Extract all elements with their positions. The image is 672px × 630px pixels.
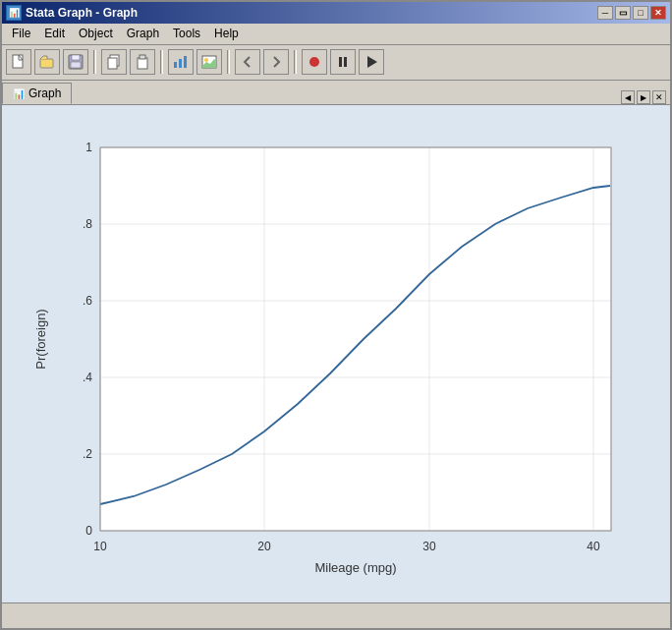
menu-object[interactable]: Object — [73, 25, 119, 42]
tab-icon: 📊 — [13, 88, 25, 99]
svg-rect-10 — [179, 59, 182, 68]
svg-rect-11 — [184, 56, 187, 68]
svg-text:.8: .8 — [83, 217, 92, 231]
close-button[interactable]: ✕ — [650, 6, 666, 20]
svg-text:.4: .4 — [83, 371, 92, 384]
forward-button[interactable] — [263, 49, 289, 75]
play-button[interactable] — [359, 49, 384, 75]
svg-text:Pr(foreign): Pr(foreign) — [33, 310, 48, 370]
status-bar — [2, 602, 670, 628]
app-icon: 📊 — [6, 5, 22, 21]
restore-button[interactable]: ▭ — [615, 6, 631, 20]
svg-rect-15 — [339, 57, 342, 67]
image-button[interactable] — [196, 49, 222, 75]
svg-rect-4 — [71, 62, 81, 68]
svg-point-14 — [309, 57, 319, 67]
svg-text:10: 10 — [93, 540, 107, 553]
new-button[interactable] — [6, 49, 31, 75]
copy-button[interactable] — [101, 49, 127, 75]
main-window: 📊 Stata Graph - Graph ─ ▭ □ ✕ File Edit … — [0, 0, 672, 630]
svg-text:.2: .2 — [83, 447, 92, 461]
pause-button[interactable] — [330, 49, 356, 75]
save-button[interactable] — [63, 49, 88, 75]
svg-rect-7 — [138, 58, 147, 69]
toolbar — [2, 45, 670, 81]
svg-marker-17 — [367, 56, 377, 68]
chart-svg: 0 .2 .4 .6 .8 1 10 20 30 40 Mileage (mpg… — [31, 128, 641, 580]
svg-text:30: 30 — [422, 540, 436, 553]
svg-rect-8 — [140, 55, 145, 59]
record-button[interactable] — [302, 49, 327, 75]
separator-3 — [227, 50, 230, 74]
tab-next-button[interactable]: ▶ — [637, 90, 650, 104]
svg-point-13 — [204, 58, 208, 62]
svg-rect-16 — [344, 57, 347, 67]
minimize-button[interactable]: ─ — [597, 6, 613, 20]
svg-rect-6 — [108, 58, 117, 69]
tab-controls: ◀ ▶ ✕ — [621, 90, 670, 104]
graph-tab[interactable]: 📊 Graph — [2, 83, 72, 104]
svg-text:.6: .6 — [83, 294, 92, 308]
separator-2 — [160, 50, 163, 74]
svg-text:40: 40 — [587, 540, 600, 553]
back-button[interactable] — [235, 49, 260, 75]
menu-help[interactable]: Help — [208, 25, 245, 42]
tab-prev-button[interactable]: ◀ — [621, 90, 635, 104]
title-bar: 📊 Stata Graph - Graph ─ ▭ □ ✕ — [2, 2, 670, 24]
maximize-button[interactable]: □ — [633, 6, 648, 20]
title-bar-buttons: ─ ▭ □ ✕ — [597, 6, 666, 20]
svg-text:0: 0 — [85, 524, 92, 538]
menu-bar: File Edit Object Graph Tools Help — [2, 24, 670, 45]
svg-rect-0 — [13, 55, 23, 68]
graph-area: 0 .2 .4 .6 .8 1 10 20 30 40 Mileage (mpg… — [2, 105, 670, 602]
svg-rect-3 — [72, 55, 80, 60]
menu-graph[interactable]: Graph — [121, 25, 165, 42]
separator-1 — [93, 50, 96, 74]
tab-close-button[interactable]: ✕ — [652, 90, 666, 104]
svg-rect-19 — [100, 147, 611, 531]
tab-label: Graph — [28, 86, 61, 100]
svg-text:1: 1 — [85, 141, 92, 154]
menu-edit[interactable]: Edit — [38, 25, 71, 42]
menu-file[interactable]: File — [6, 25, 36, 42]
title-bar-left: 📊 Stata Graph - Graph — [6, 5, 138, 21]
svg-rect-1 — [40, 59, 53, 68]
svg-text:20: 20 — [257, 540, 271, 553]
open-button[interactable] — [34, 49, 60, 75]
paste-button[interactable] — [130, 49, 155, 75]
window-title: Stata Graph - Graph — [26, 6, 138, 20]
tab-bar: 📊 Graph ◀ ▶ ✕ — [2, 81, 670, 106]
menu-tools[interactable]: Tools — [167, 25, 206, 42]
svg-rect-9 — [174, 62, 177, 68]
svg-text:Mileage (mpg): Mileage (mpg) — [314, 560, 396, 575]
separator-4 — [294, 50, 297, 74]
chart-type-button[interactable] — [168, 49, 194, 75]
